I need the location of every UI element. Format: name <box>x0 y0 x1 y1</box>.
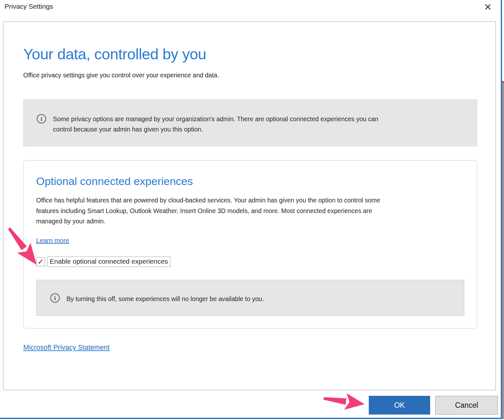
admin-notice-line: control because your admin has given you… <box>53 124 378 134</box>
privacy-statement-link[interactable]: Microsoft Privacy Statement <box>23 344 110 352</box>
enable-experiences-label[interactable]: Enable optional connected experiences <box>48 257 170 267</box>
card-body-line: managed by your admin. <box>36 216 469 227</box>
annotation-arrow-ok <box>321 393 369 415</box>
admin-notice-box: i Some privacy options are managed by yo… <box>23 99 477 146</box>
admin-notice-text: Some privacy options are managed by your… <box>53 114 378 134</box>
turn-off-notice-box: i By turning this off, some experiences … <box>36 280 464 316</box>
window-title: Privacy Settings <box>5 3 53 10</box>
page-subtitle: Office privacy settings give you control… <box>23 72 219 79</box>
window-bottom-border <box>0 418 504 419</box>
admin-notice-line: Some privacy options are managed by your… <box>53 114 378 124</box>
turn-off-notice-text: By turning this off, some experiences wi… <box>66 294 264 304</box>
cancel-button[interactable]: Cancel <box>435 396 498 415</box>
close-icon[interactable]: ✕ <box>481 1 494 14</box>
background-sliver-bottom <box>502 83 504 419</box>
ok-button[interactable]: OK <box>369 396 430 415</box>
background-sliver-top <box>502 0 504 81</box>
checkmark-icon: ✓ <box>37 258 44 266</box>
page-title: Your data, controlled by you <box>23 45 206 63</box>
card-body-line: features including Smart Lookup, Outlook… <box>36 206 469 216</box>
info-icon: i <box>37 114 46 123</box>
learn-more-link[interactable]: Learn more <box>36 237 69 244</box>
card-body-text: Office has helpful features that are pow… <box>36 195 469 227</box>
enable-experiences-row: ✓ Enable optional connected experiences <box>36 257 170 267</box>
enable-experiences-checkbox[interactable]: ✓ <box>36 257 45 266</box>
card-heading: Optional connected experiences <box>36 175 193 188</box>
card-body-line: Office has helpful features that are pow… <box>36 195 469 206</box>
info-icon: i <box>50 293 60 303</box>
